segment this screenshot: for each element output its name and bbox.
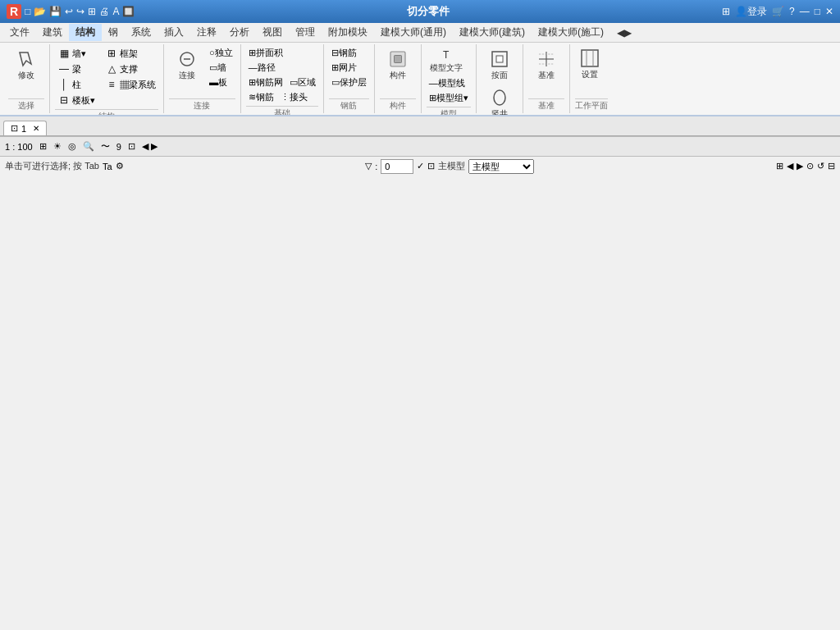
menu-annotate[interactable]: 注释: [190, 24, 223, 41]
collab-btn[interactable]: ⊞: [722, 6, 730, 17]
ribbon-btn-wall2[interactable]: ▭墙: [207, 61, 235, 75]
cart-btn[interactable]: 🛒: [772, 6, 784, 17]
snap-toggle[interactable]: ◎: [68, 141, 76, 152]
app-title: 切分零件: [135, 4, 722, 19]
new-btn[interactable]: □: [25, 6, 30, 17]
svg-rect-5: [496, 56, 503, 62]
status-icon-1[interactable]: ⊞: [776, 161, 783, 171]
menu-architecture[interactable]: 建筑: [36, 24, 69, 41]
ribbon-group-rebar: ⊟钢筋 ⊞网片 ▭保护层 钢筋: [324, 44, 375, 113]
expand-icon[interactable]: ⊡: [427, 161, 435, 171]
status-icon-2[interactable]: ◀: [787, 161, 793, 171]
annotate-btn[interactable]: A: [112, 6, 119, 17]
ribbon-btn-rebarnet[interactable]: ⊞钢筋网: [246, 75, 285, 89]
undo-btn[interactable]: ↩: [65, 6, 73, 17]
menu-system[interactable]: 系统: [125, 24, 158, 41]
wall-icon: ▦: [57, 47, 71, 60]
status-icon-6[interactable]: ⊟: [828, 161, 835, 171]
ribbon-btn-floor[interactable]: ⊟ 楼板▾: [55, 93, 98, 107]
status-icon-5[interactable]: ↺: [817, 161, 824, 171]
frame-icon: ⊞: [105, 47, 118, 60]
zoom-toggle[interactable]: 🔍: [83, 141, 94, 152]
ribbon-btn-brace[interactable]: △ 支撑: [103, 62, 140, 76]
wave-toggle[interactable]: 〜: [101, 140, 110, 153]
tab-indicator: Ta: [103, 162, 112, 171]
ribbon-group-component: 构件 构件: [375, 44, 422, 113]
check-icon[interactable]: ✓: [417, 161, 424, 171]
scroll-indicator[interactable]: ◀ ▶: [142, 141, 158, 152]
print-btn[interactable]: 🖨: [99, 6, 109, 17]
app-logo[interactable]: R: [7, 4, 21, 19]
ribbon-btn-datum[interactable]: 基准: [528, 46, 564, 84]
cursor-icon: ⚙: [116, 161, 124, 171]
help-btn[interactable]: ?: [789, 6, 795, 17]
ribbon-btn-model-line[interactable]: —模型线: [427, 76, 468, 90]
ribbon-group-datum: 基准 基准: [523, 44, 570, 113]
menu-file[interactable]: 文件: [3, 24, 36, 41]
ribbon-btn-wall[interactable]: ▦ 墙▾: [55, 46, 89, 61]
ribbon-btn-rebar[interactable]: ≋钢筋: [246, 90, 276, 104]
ribbon-btn-isolated[interactable]: ○独立: [207, 46, 235, 60]
model-label: 主模型: [438, 160, 465, 172]
open-btn[interactable]: 📂: [34, 6, 46, 17]
ribbon-btn-zone[interactable]: ▭区域: [287, 75, 318, 89]
ribbon-btn-tiledarea[interactable]: ⊞拼面积: [246, 46, 285, 60]
ribbon-btn-component[interactable]: 构件: [380, 46, 416, 84]
search-btn[interactable]: 🔲: [122, 6, 135, 17]
ribbon-btn-rebar2[interactable]: ⊟钢筋: [329, 46, 369, 60]
title-bar: R □ 📂 💾 ↩ ↪ ⊞ 🖨 A 🔲 切分零件 ⊞ 👤登录 🛒 ? — □ ✕: [0, 0, 840, 23]
column-icon: │: [57, 78, 71, 91]
ribbon-btn-column[interactable]: │ 柱: [55, 77, 84, 92]
command-input[interactable]: [381, 159, 413, 174]
menu-structure[interactable]: 结构: [69, 24, 102, 41]
counter: 9: [116, 142, 121, 152]
ribbon-btn-connect[interactable]: 连接: [169, 46, 205, 84]
save-btn[interactable]: 💾: [49, 6, 62, 17]
view-toggle[interactable]: ⊡: [128, 141, 135, 152]
ribbon-btn-byface[interactable]: 按面: [482, 46, 518, 84]
menu-analyze[interactable]: 分析: [223, 24, 256, 41]
ribbon-btn-model-group[interactable]: ⊞模型组▾: [427, 91, 471, 105]
menu-modmaster-general[interactable]: 建模大师(通用): [374, 24, 453, 41]
ribbon-btn-settings[interactable]: 设置: [575, 46, 605, 82]
ribbon-btn-mesh[interactable]: ⊞网片: [329, 61, 369, 75]
menu-insert[interactable]: 插入: [158, 24, 190, 41]
ribbon-btn-beamsys[interactable]: ≡ ▦梁系统: [103, 77, 158, 92]
menu-modmaster-const[interactable]: 建模大师(施工): [532, 24, 610, 41]
sun-toggle[interactable]: ☀: [53, 141, 62, 152]
login-btn[interactable]: 👤登录: [735, 5, 767, 19]
sync-btn[interactable]: ⊞: [88, 6, 96, 17]
menu-steel[interactable]: 钢: [102, 24, 125, 41]
close-btn[interactable]: ✕: [825, 6, 833, 17]
ribbon-btn-slab[interactable]: ▬板: [207, 75, 235, 89]
menu-addons[interactable]: 附加模块: [322, 24, 374, 41]
ribbon-btn-modify[interactable]: 修改: [8, 46, 44, 84]
maximize-btn[interactable]: □: [815, 6, 820, 17]
ribbon-btn-coupler[interactable]: ⋮接头: [278, 90, 310, 104]
menu-more[interactable]: ◀▶: [610, 25, 638, 40]
model-select[interactable]: 主模型: [468, 159, 534, 174]
menu-manage[interactable]: 管理: [289, 24, 322, 41]
ribbon-btn-cover[interactable]: ▭保护层: [329, 75, 369, 89]
view-tab-1[interactable]: ⊡ 1 ✕: [3, 121, 47, 135]
ribbon-group-workplane: 设置 工作平面: [570, 44, 613, 113]
grid-toggle[interactable]: ⊞: [39, 141, 47, 152]
tab-close-btn[interactable]: ✕: [33, 124, 39, 133]
ribbon-btn-model-text[interactable]: T 模型文字: [427, 46, 466, 75]
menu-modmaster-arch[interactable]: 建模大师(建筑): [453, 24, 532, 41]
modify-label: 修改: [18, 71, 34, 80]
menu-view[interactable]: 视图: [256, 24, 289, 41]
redo-btn[interactable]: ↪: [76, 6, 84, 17]
ribbon-group-opening: 按面 竖井 洞口: [477, 44, 523, 113]
status-icon-3[interactable]: ▶: [797, 161, 803, 171]
ribbon: 修改 选择 ▦ 墙▾ — 梁: [0, 43, 840, 116]
status-icon-4[interactable]: ⊙: [806, 161, 814, 171]
ribbon-group-structure: ▦ 墙▾ — 梁 │ 柱: [50, 44, 164, 113]
ribbon-btn-path[interactable]: —路径: [246, 61, 278, 75]
minimize-btn[interactable]: —: [800, 6, 810, 17]
filter-icon[interactable]: ▽: [365, 161, 372, 171]
ribbon-btn-beam[interactable]: — 梁: [55, 62, 84, 76]
ribbon-btn-frame[interactable]: ⊞ 框架: [103, 46, 140, 61]
foundation-group-label: 基础: [246, 106, 318, 116]
ribbon-btn-shaft[interactable]: 竖井: [482, 84, 518, 116]
